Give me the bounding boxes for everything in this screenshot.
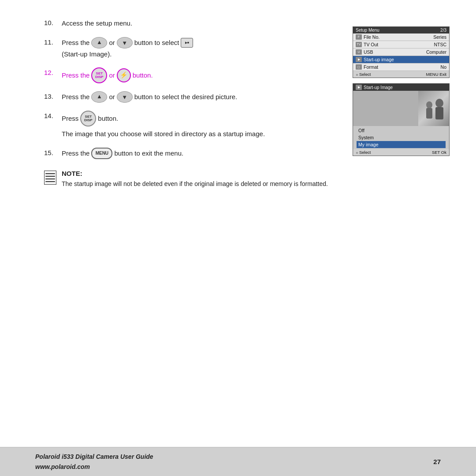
usb-label: USB — [364, 49, 373, 55]
step-14-suffix: button. — [98, 113, 118, 124]
startup-image-footer: ⬦ Select SET Ok — [353, 149, 449, 156]
fileno-value: Series — [433, 34, 446, 40]
format-icon: ◻ — [356, 64, 362, 70]
step-11-suffix: button to select — [134, 37, 179, 48]
preview-image — [418, 91, 449, 126]
up-button-icon — [91, 37, 107, 48]
startup-image-body — [353, 91, 449, 126]
svg-rect-1 — [435, 107, 443, 119]
step-14-number: 14. — [44, 111, 62, 121]
select-arrow-icon: ⬦ — [356, 72, 358, 77]
setup-row-tvout: TVTV Out NTSC — [353, 41, 449, 48]
preview-image-inner — [418, 91, 449, 126]
note-text: The startup image will not be deleted ev… — [62, 179, 441, 189]
fileno-label: File No. — [364, 34, 379, 40]
page-footer: Polaroid i533 Digital Camera User Guide … — [0, 447, 476, 476]
usb-icon: U — [356, 49, 362, 55]
select-label2: Select — [359, 150, 371, 155]
set-disp-button-icon2: SETDISP — [80, 111, 96, 126]
down-button-icon2 — [117, 91, 133, 103]
set-ok-label: SET Ok — [432, 150, 446, 155]
step-11-press: Press the — [62, 37, 89, 48]
footer-ok: SET Ok — [432, 150, 446, 155]
startup-image-title: Start-up Image — [364, 85, 393, 90]
usb-value: Computer — [426, 49, 446, 55]
setup-menu-title: Setup Menu — [356, 28, 379, 33]
note-content: NOTE: The startup image will not be dele… — [62, 170, 441, 189]
footer-select: ⬦ Select — [356, 72, 371, 77]
footer-brand: Polaroid i533 Digital Camera User Guide … — [35, 452, 153, 472]
step-13-or: or — [109, 91, 115, 103]
step-10-number: 10. — [44, 18, 62, 28]
step-13-press: Press the — [62, 91, 89, 103]
option-system: System — [357, 134, 446, 141]
flash-button-icon: ⚡ — [117, 68, 131, 82]
footer-page-number: 27 — [433, 458, 441, 465]
setup-menu-screen: Setup Menu 2/3 FFile No. Series TVTV Out… — [353, 26, 450, 78]
step-13-suffix: button to select the desired picture. — [134, 91, 237, 103]
step-12-suffix: button. — [133, 70, 153, 81]
setup-row-format: ◻Format No — [353, 63, 449, 71]
file-icon: F — [356, 34, 362, 40]
note-title: NOTE: — [62, 170, 441, 177]
tvout-label: TV Out — [364, 42, 378, 47]
startup-label: Start-up image — [364, 57, 394, 62]
step-11-or: or — [109, 37, 115, 48]
note-icon — [44, 171, 56, 185]
step-12-number: 12. — [44, 67, 62, 78]
startup-header-icon: ▶ — [356, 85, 362, 90]
format-label: Format — [364, 64, 378, 70]
svg-rect-3 — [426, 108, 432, 119]
setup-menu-footer: ⬦ Select MENU Exit — [353, 71, 449, 78]
setup-row-usb: UUSB Computer — [353, 48, 449, 56]
step-15-press: Press the — [62, 148, 89, 159]
tv-icon: TV — [356, 42, 362, 47]
step-12-press: Press the — [62, 70, 89, 81]
setup-row-startup: ▶Start-up image — [353, 56, 449, 63]
setup-menu-page: 2/3 — [440, 28, 446, 33]
select-label: Select — [359, 72, 371, 77]
step-15-suffix: button to exit the menu. — [114, 148, 183, 159]
setup-row-fileno: FFile No. Series — [353, 33, 449, 41]
startup-image-icon — [181, 38, 193, 48]
startup-image-header: ▶ Start-up Image — [353, 84, 449, 91]
step-14-press: Press — [62, 113, 78, 124]
set-disp-button-icon: SETDISP — [91, 67, 107, 83]
tvout-value: NTSC — [434, 42, 446, 47]
option-off: Off — [357, 127, 446, 134]
select-arrow-icon2: ⬦ — [356, 150, 358, 155]
format-value: No — [441, 64, 446, 70]
step-13-number: 13. — [44, 91, 62, 102]
startup-image-screen: ▶ Start-up Image Off System My i — [353, 83, 450, 156]
step-15-number: 15. — [44, 148, 62, 158]
footer-exit: MENU Exit — [426, 72, 446, 77]
step-11-number: 11. — [44, 37, 62, 48]
note-section: NOTE: The startup image will not be dele… — [44, 170, 441, 189]
people-silhouette — [420, 95, 448, 126]
startup-row-icon: ▶ — [356, 57, 362, 62]
footer-website: www.polaroid.com — [35, 462, 153, 472]
option-myimage: My image — [357, 141, 446, 148]
ui-screenshots: Setup Menu 2/3 FFile No. Series TVTV Out… — [353, 26, 450, 156]
setup-menu-header: Setup Menu 2/3 — [353, 27, 449, 33]
footer-title: Polaroid i533 Digital Camera User Guide — [35, 452, 153, 461]
options-panel: Off System My image — [353, 126, 449, 149]
up-button-icon2 — [91, 91, 107, 103]
footer-select2: ⬦ Select — [356, 150, 371, 155]
step-12-or: or — [109, 70, 115, 81]
down-button-icon — [117, 37, 133, 48]
svg-point-2 — [426, 101, 432, 108]
preview-empty-area — [353, 91, 418, 126]
menu-exit-label: MENU Exit — [426, 72, 446, 77]
menu-button-icon: MENU — [91, 148, 112, 159]
svg-point-0 — [435, 99, 443, 108]
